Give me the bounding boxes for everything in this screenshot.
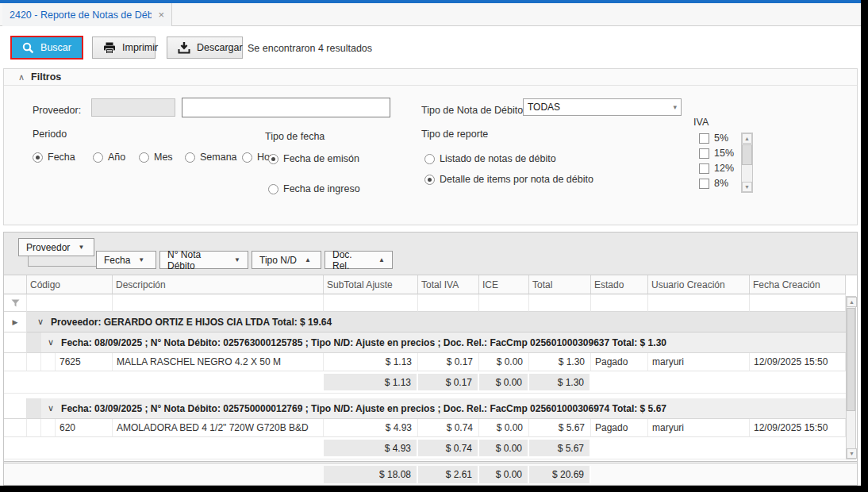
group-button-tipo-nd[interactable]: Tipo N/D▲ (252, 251, 321, 269)
scroll-up-icon[interactable]: ▲ (742, 133, 752, 144)
cell-usuario: maryuri (648, 353, 750, 371)
column-header-estado[interactable]: Estado (591, 275, 648, 294)
cell-subtotal-ajuste: $ 1.13 (324, 353, 418, 371)
empty-cell (648, 371, 750, 393)
collapse-panel-icon[interactable]: ∧ (18, 72, 25, 83)
iva-label: IVA (693, 117, 709, 128)
group-button-proveedor[interactable]: Proveedor▼ (18, 238, 94, 256)
filter-cell-codigo[interactable] (27, 294, 113, 312)
radio-periodo-mes[interactable]: Mes (139, 152, 173, 163)
filter-cell-estado[interactable] (591, 294, 648, 312)
group-button-nota-debito[interactable]: N° Nota Débito▼ (159, 251, 248, 269)
collapse-group-icon[interactable]: ∨ (48, 403, 54, 413)
buscar-button[interactable]: Buscar (10, 36, 83, 60)
scroll-down-icon[interactable]: ▼ (742, 182, 752, 192)
empty-cell (750, 437, 846, 459)
radio-fecha-emision[interactable]: Fecha de emisón (268, 153, 359, 164)
proveedor-name-input[interactable] (182, 98, 390, 117)
subgroup-row-2[interactable]: ∨ Fecha: 03/09/2025 ; N° Nota Débito: 02… (4, 398, 846, 419)
close-icon[interactable]: × (158, 10, 164, 20)
filter-cell-total-iva[interactable] (418, 294, 479, 312)
radio-icon (33, 152, 43, 163)
radio-label: Año (108, 152, 125, 163)
row-expander-icon[interactable]: ▶ (4, 312, 27, 332)
empty-cell (27, 463, 41, 483)
column-header-total[interactable]: Total (529, 275, 591, 294)
radio-detalle-items[interactable]: Detalle de items por nota de débito (424, 174, 593, 185)
cell-descripcion: MALLA RASCHEL NEGRO 4.2 X 50 M (113, 353, 324, 371)
filter-cell-total[interactable] (529, 294, 591, 312)
column-header-codigo[interactable]: Código (27, 275, 113, 294)
results-grid-panel: Proveedor▼ Fecha▼ N° Nota Débito▼ Tipo N… (3, 232, 858, 486)
filters-title: Filtros (31, 71, 61, 83)
checkbox-label: 5% (714, 133, 728, 144)
column-header-ice[interactable]: ICE (479, 275, 529, 294)
scroll-up-icon[interactable]: ▲ (847, 297, 857, 307)
tab-reporte-notas-debito[interactable]: 2420 - Reporte de Notas de Débito ::. × (2, 3, 172, 26)
column-header-total-iva[interactable]: Total IVA (418, 275, 479, 294)
radio-periodo-semana[interactable]: Semana (185, 152, 237, 163)
radio-listado-notas[interactable]: Listado de notas de débito (424, 153, 556, 164)
indicator-header-cell (4, 275, 27, 294)
iva-scrollbar[interactable]: ▲ ▼ (741, 133, 753, 193)
radio-periodo-ano[interactable]: Año (93, 152, 125, 163)
checkbox-label: 15% (714, 148, 734, 159)
scroll-down-icon[interactable]: ▼ (847, 448, 857, 459)
group-row-content[interactable]: ∨ Proveedor: GERARDO ORTIZ E HIJOS CIA L… (27, 312, 846, 332)
column-header-subtotal-ajuste[interactable]: SubTotal Ajuste (324, 275, 418, 294)
radio-icon (268, 154, 278, 164)
checkbox-iva-5[interactable]: 5% (699, 133, 728, 144)
cell-total: $ 1.30 (529, 353, 591, 371)
group-indent-cell (27, 332, 41, 353)
footer-total-subtotal-ajuste: $ 18.08 (324, 466, 418, 483)
table-row[interactable]: 620 AMOLADORA BED 4 1/2" 720W G720B B&D … (4, 419, 846, 437)
group-row-proveedor[interactable]: ▶ ∨ Proveedor: GERARDO ORTIZ E HIJOS CIA… (4, 312, 846, 332)
sort-down-icon: ▼ (138, 256, 144, 263)
column-header-fecha-creacion[interactable]: Fecha Creación (750, 275, 846, 294)
descargar-button[interactable]: Descargar (167, 37, 243, 59)
group-button-fecha[interactable]: Fecha▼ (96, 251, 156, 269)
collapse-group-icon[interactable]: ∨ (37, 317, 44, 327)
checkbox-iva-8[interactable]: 8% (699, 178, 728, 189)
filter-row (4, 294, 846, 312)
empty-cell (591, 463, 648, 483)
table-row[interactable]: 7625 MALLA RASCHEL NEGRO 4.2 X 50 M $ 1.… (4, 353, 846, 371)
radio-label: Detalle de items por nota de débito (440, 174, 593, 185)
group-button-doc-rel[interactable]: Doc. Rel.▲ (325, 251, 393, 269)
checkbox-iva-15[interactable]: 15% (699, 148, 734, 159)
column-header-descripcion[interactable]: Descripción (113, 275, 324, 294)
proveedor-code-input[interactable] (91, 98, 175, 117)
subgroup-row-content[interactable]: ∨ Fecha: 08/09/2025 ; N° Nota Débito: 02… (41, 332, 846, 353)
radio-label: Listado de notas de débito (440, 153, 556, 164)
empty-cell (648, 437, 750, 459)
radio-label: Semana (200, 152, 237, 163)
subgroup-row-content[interactable]: ∨ Fecha: 03/09/2025 ; N° Nota Débito: 02… (41, 398, 846, 419)
empty-cell (56, 437, 113, 459)
imprimir-button[interactable]: Imprimir (92, 37, 156, 59)
subtotal-ice: $ 0.00 (479, 374, 529, 390)
grid-vscrollbar-thumb[interactable] (847, 308, 855, 411)
filter-cell-usuario[interactable] (648, 294, 750, 312)
group-connector-line (28, 256, 96, 267)
filter-cell-ice[interactable] (479, 294, 529, 312)
filter-cell-fecha[interactable] (750, 294, 846, 312)
subtotal-subtotal-ajuste: $ 1.13 (324, 374, 418, 390)
filter-cell-subtotal[interactable] (324, 294, 418, 312)
radio-periodo-fecha[interactable]: Fecha (33, 152, 75, 163)
search-icon (22, 42, 34, 54)
grid-vscrollbar[interactable]: ▲ ▼ (846, 296, 856, 459)
column-header-usuario-creacion[interactable]: Usuario Creación (648, 275, 750, 294)
collapse-group-icon[interactable]: ∨ (48, 337, 54, 348)
checkbox-iva-12[interactable]: 12% (699, 163, 734, 174)
tipo-nota-select[interactable]: TODAS ▾ (523, 98, 682, 116)
iva-scrollbar-thumb[interactable] (742, 144, 752, 165)
subgroup-row-1[interactable]: ∨ Fecha: 08/09/2025 ; N° Nota Débito: 02… (4, 332, 846, 353)
radio-icon (424, 154, 435, 164)
empty-cell (750, 463, 846, 483)
group-button-label: Tipo N/D (259, 255, 297, 266)
checkbox-icon (699, 179, 709, 189)
footer-total-ice: $ 0.00 (479, 466, 529, 483)
indent-cell (41, 353, 56, 371)
filter-cell-descripcion[interactable] (113, 294, 324, 312)
radio-fecha-ingreso[interactable]: Fecha de ingreso (268, 183, 360, 194)
